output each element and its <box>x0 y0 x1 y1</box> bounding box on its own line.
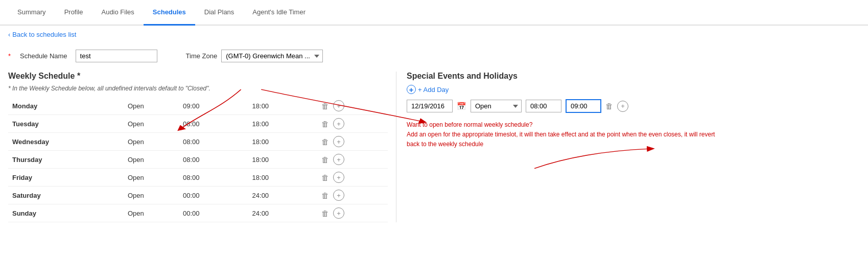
end-thursday: 18:00 <box>248 151 318 169</box>
day-wednesday: Wednesday <box>8 133 124 151</box>
day-saturday: Saturday <box>8 187 124 204</box>
table-row: Sunday Open 00:00 24:00 🗑 + <box>8 204 388 222</box>
nav-summary[interactable]: Summary <box>8 0 55 26</box>
end-saturday: 24:00 <box>248 187 318 204</box>
info-line2: Add an open for the appropriate timeslot… <box>407 130 860 140</box>
status-tuesday: Open <box>124 115 179 133</box>
end-friday: 18:00 <box>248 169 318 187</box>
nav-agents-idle-timer[interactable]: Agent's Idle Timer <box>243 0 315 26</box>
start-sunday: 00:00 <box>179 204 248 222</box>
end-sunday: 24:00 <box>248 204 318 222</box>
start-thursday: 08:00 <box>179 151 248 169</box>
timezone-label: Time Zone <box>186 52 218 60</box>
nav-schedules[interactable]: Schedules <box>144 0 195 26</box>
table-row: Saturday Open 00:00 24:00 🗑 + <box>8 187 388 204</box>
schedule-name-row: * Schedule Name Time Zone (GMT-0) Greenw… <box>8 50 860 62</box>
schedule-name-input[interactable] <box>76 50 157 62</box>
actions-friday: 🗑 + <box>321 172 384 183</box>
weekly-schedule-section: Weekly Schedule * * In the Weekly Schedu… <box>8 72 396 222</box>
end-tuesday: 18:00 <box>248 115 318 133</box>
status-thursday: Open <box>124 151 179 169</box>
nav-audio-files[interactable]: Audio Files <box>92 0 143 26</box>
status-saturday: Open <box>124 187 179 204</box>
status-sunday: Open <box>124 204 179 222</box>
actions-sunday: 🗑 + <box>321 207 384 219</box>
info-text: Want to open before normal weekly schedu… <box>407 120 860 150</box>
status-wednesday: Open <box>124 133 179 151</box>
weekly-schedule-note: * In the Weekly Schedule below, all unde… <box>8 85 388 92</box>
timezone-section: Time Zone (GMT-0) Greenwich Mean ... <box>186 50 323 62</box>
day-thursday: Thursday <box>8 151 124 169</box>
back-link-text: Back to schedules list <box>12 31 76 38</box>
schedule-name-label: Schedule Name <box>20 52 67 60</box>
back-to-schedules-link[interactable]: ‹ Back to schedules list <box>0 26 868 43</box>
day-friday: Friday <box>8 169 124 187</box>
nav-profile[interactable]: Profile <box>55 0 92 26</box>
add-event-icon[interactable]: + <box>617 101 628 112</box>
table-row: Friday Open 08:00 18:00 🗑 + <box>8 169 388 187</box>
start-wednesday: 08:00 <box>179 133 248 151</box>
weekly-schedule-table: Monday Open 09:00 18:00 🗑 + <box>8 97 388 222</box>
weekly-schedule-heading: Weekly Schedule * <box>8 72 388 81</box>
table-row: Monday Open 09:00 18:00 🗑 + <box>8 97 388 115</box>
delete-wednesday-icon[interactable]: 🗑 <box>321 137 329 146</box>
delete-monday-icon[interactable]: 🗑 <box>321 102 329 110</box>
required-star: * <box>8 52 11 60</box>
add-saturday-icon[interactable]: + <box>333 190 344 201</box>
info-line1: Want to open before normal weekly schedu… <box>407 120 860 130</box>
start-monday: 09:00 <box>179 97 248 115</box>
day-monday: Monday <box>8 97 124 115</box>
delete-sunday-icon[interactable]: 🗑 <box>321 209 329 218</box>
add-thursday-icon[interactable]: + <box>333 154 344 165</box>
event-end-time-input[interactable] <box>566 99 601 113</box>
add-monday-icon[interactable]: + <box>333 100 344 111</box>
end-monday: 18:00 <box>248 97 318 115</box>
special-event-row: 📅 Open Closed 🗑 + <box>407 99 860 113</box>
delete-friday-icon[interactable]: 🗑 <box>321 173 329 182</box>
actions-saturday: 🗑 + <box>321 190 384 201</box>
start-saturday: 00:00 <box>179 187 248 204</box>
two-column-layout: Weekly Schedule * * In the Weekly Schedu… <box>8 72 860 222</box>
main-content: * Schedule Name Time Zone (GMT-0) Greenw… <box>0 43 868 228</box>
top-nav: Summary Profile Audio Files Schedules Di… <box>0 0 868 26</box>
event-status-select[interactable]: Open Closed <box>471 100 522 112</box>
timezone-select[interactable]: (GMT-0) Greenwich Mean ... <box>221 50 323 62</box>
table-row: Thursday Open 08:00 18:00 🗑 + <box>8 151 388 169</box>
add-wednesday-icon[interactable]: + <box>333 136 344 147</box>
table-row: Wednesday Open 08:00 18:00 🗑 + <box>8 133 388 151</box>
event-date-input[interactable] <box>407 100 453 112</box>
actions-monday: 🗑 + <box>321 100 384 111</box>
add-day-label: + Add Day <box>418 86 449 94</box>
day-sunday: Sunday <box>8 204 124 222</box>
actions-thursday: 🗑 + <box>321 154 384 165</box>
add-day-button[interactable]: + + Add Day <box>407 85 860 94</box>
end-wednesday: 18:00 <box>248 133 318 151</box>
nav-dial-plans[interactable]: Dial Plans <box>195 0 244 26</box>
chevron-left-icon: ‹ <box>8 31 10 38</box>
table-row: Tuesday Open 08:00 18:00 🗑 + <box>8 115 388 133</box>
status-friday: Open <box>124 169 179 187</box>
add-tuesday-icon[interactable]: + <box>333 118 344 129</box>
event-actions: 🗑 + <box>605 101 628 112</box>
add-friday-icon[interactable]: + <box>333 172 344 183</box>
status-monday: Open <box>124 97 179 115</box>
start-friday: 08:00 <box>179 169 248 187</box>
day-tuesday: Tuesday <box>8 115 124 133</box>
special-events-heading: Special Events and Holidays <box>407 72 860 81</box>
event-start-time-input[interactable] <box>526 100 561 112</box>
delete-thursday-icon[interactable]: 🗑 <box>321 155 329 164</box>
info-line3: back to the weekly schedule <box>407 140 860 149</box>
start-tuesday: 08:00 <box>179 115 248 133</box>
plus-circle-icon: + <box>407 85 416 94</box>
actions-tuesday: 🗑 + <box>321 118 384 129</box>
special-events-section: Special Events and Holidays + + Add Day … <box>396 72 860 222</box>
actions-wednesday: 🗑 + <box>321 136 384 147</box>
calendar-icon[interactable]: 📅 <box>457 102 466 111</box>
add-sunday-icon[interactable]: + <box>333 207 344 219</box>
delete-event-icon[interactable]: 🗑 <box>605 102 613 110</box>
delete-tuesday-icon[interactable]: 🗑 <box>321 120 329 128</box>
delete-saturday-icon[interactable]: 🗑 <box>321 191 329 200</box>
